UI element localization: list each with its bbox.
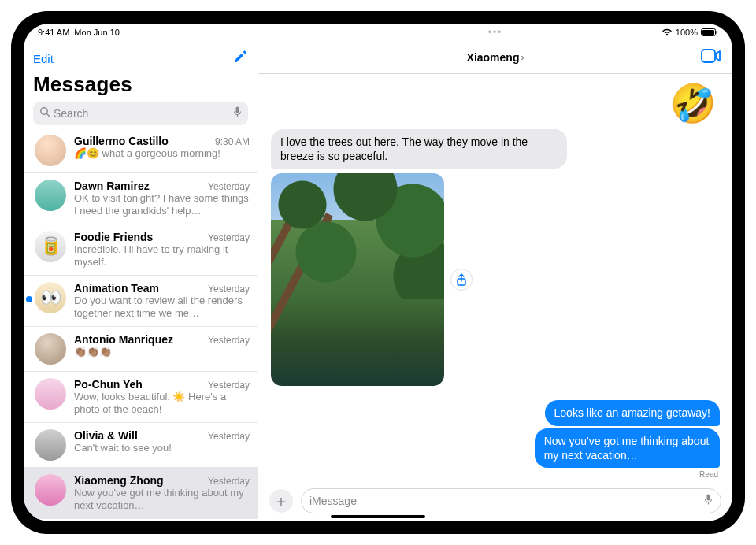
contact-name: Xiaomeng Zhong [74,474,164,487]
conversation-list-sidebar: Edit Messages Search [24,41,258,521]
reaction-emoji: 🤣 [669,85,717,123]
list-item[interactable]: Antonio ManriquezYesterday 👏🏽👏🏽👏🏽 [24,327,258,372]
avatar: 👀 [35,282,66,313]
message-thread[interactable]: 🤣 I love the trees out here. The way the… [258,74,732,484]
timestamp: Yesterday [208,284,250,295]
battery-icon [701,28,718,36]
search-icon [39,106,50,120]
avatar [35,333,66,365]
svg-rect-1 [702,30,714,35]
contact-name: Foodie Friends [74,231,153,243]
contact-name: Po-Chun Yeh [74,378,143,391]
message-preview: Now you've got me thinking about my next… [74,487,250,512]
message-preview: Incredible. I'll have to try making it m… [74,243,250,269]
conversation-list: Guillermo Castillo9:30 AM 🌈😊 what a gorg… [24,128,258,521]
status-time: 9:41 AM [38,28,69,37]
avatar [35,474,66,506]
message-preview: Wow, looks beautiful. ☀️ Here's a photo … [74,391,250,416]
timestamp: 9:30 AM [215,136,250,147]
timestamp: Yesterday [208,232,250,243]
list-item[interactable]: 🥫 Foodie FriendsYesterday Incredible. I'… [24,224,258,276]
contact-name: Olivia & Will [74,429,138,442]
incoming-message[interactable]: I love the trees out here. The way they … [271,129,567,169]
timestamp: Yesterday [208,476,250,487]
message-input[interactable]: iMessage [301,488,721,513]
message-preview: Do you want to review all the renders to… [74,295,250,320]
svg-line-5 [46,113,49,116]
message-preview: Can't wait to see you! [74,442,250,454]
avatar [35,180,66,211]
message-preview: 👏🏽👏🏽👏🏽 [74,346,250,358]
timestamp: Yesterday [208,380,250,391]
mic-icon[interactable] [704,494,713,508]
search-placeholder: Search [50,107,233,120]
avatar [35,429,66,461]
read-receipt: Read [699,470,718,479]
edit-button[interactable]: Edit [33,52,54,65]
contact-title-button[interactable]: Xiaomeng › [467,51,524,64]
timestamp: Yesterday [208,181,250,192]
message-preview: 🌈😊 what a gorgeous morning! [74,147,250,160]
chevron-right-icon: › [521,52,524,63]
avatar [35,378,66,410]
share-icon[interactable] [450,269,472,291]
contact-name: Guillermo Castillo [74,135,169,147]
compose-bar: ＋ iMessage [258,484,732,521]
wifi-icon [662,28,673,36]
facetime-icon[interactable] [701,49,721,66]
incoming-photo-attachment[interactable] [271,173,444,386]
list-item[interactable]: Guillermo Castillo9:30 AM 🌈😊 what a gorg… [24,128,258,173]
list-item[interactable]: Po-Chun YehYesterday Wow, looks beautifu… [24,372,258,423]
message-preview: OK to visit tonight? I have some things … [74,192,250,217]
compose-icon[interactable] [232,49,248,68]
home-indicator[interactable] [331,515,425,518]
mic-icon[interactable] [233,106,242,121]
avatar [35,135,66,166]
svg-rect-2 [717,31,718,34]
list-item[interactable]: Olivia & WillYesterday Can't wait to see… [24,423,258,468]
timestamp: Yesterday [208,335,250,346]
photo-palm-trees [271,173,444,386]
contact-name: Animation Team [74,282,159,295]
conversation-header: Xiaomeng › [258,41,732,74]
avatar: 🥫 [35,231,66,262]
outgoing-message[interactable]: Looks like an amazing getaway! [545,400,720,425]
svg-rect-8 [702,50,715,62]
list-item[interactable]: Dawn RamirezYesterday OK to visit tonigh… [24,173,258,224]
page-title: Messages [33,71,248,102]
message-placeholder: iMessage [309,495,704,507]
svg-rect-3 [234,51,242,52]
status-bar: 9:41 AM Mon Jun 10 100% [24,24,732,41]
contact-title: Xiaomeng [467,51,520,64]
multitask-grabber[interactable]: ••• [488,27,503,38]
search-input[interactable]: Search [33,102,248,125]
contact-name: Dawn Ramirez [74,180,150,192]
plus-icon[interactable]: ＋ [269,489,293,513]
status-date: Mon Jun 10 [74,28,119,37]
battery-percent: 100% [676,28,698,37]
list-item[interactable]: Xiaomeng ZhongYesterday Now you've got m… [24,468,258,519]
timestamp: Yesterday [208,431,250,442]
contact-name: Antonio Manriquez [74,333,173,346]
unread-indicator [26,296,32,302]
outgoing-message[interactable]: Now you've got me thinking about my next… [535,428,720,468]
svg-rect-6 [236,106,239,113]
list-item[interactable]: Ashley RicoYesterday [24,519,258,521]
svg-rect-10 [707,495,710,501]
list-item[interactable]: 👀 Animation TeamYesterday Do you want to… [24,276,258,327]
conversation-pane: ••• Xiaomeng › 🤣 I love the trees out he… [258,41,732,521]
